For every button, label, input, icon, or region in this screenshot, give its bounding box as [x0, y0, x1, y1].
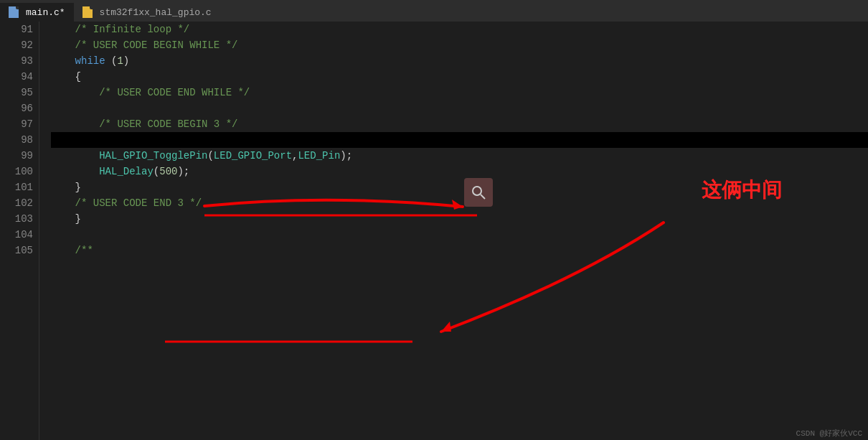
bottom-watermark: CSDN @好家伙VCC	[791, 426, 868, 440]
ln-99: 99	[6, 148, 33, 164]
comment-102: /* USER CODE END 3 */	[51, 195, 202, 211]
svg-point-0	[473, 187, 481, 195]
ln-95: 95	[6, 85, 33, 100]
ln-94: 94	[6, 69, 33, 85]
comment-91: /* Infinite loop */	[51, 22, 189, 37]
ln-98: 98	[6, 132, 33, 148]
svg-marker-3	[441, 322, 451, 332]
code-line-94: {	[51, 69, 868, 85]
func-delay: HAL_Delay	[51, 164, 154, 179]
code-line-105: /**	[51, 243, 868, 258]
ln-103: 103	[6, 211, 33, 227]
comment-105: /**	[51, 243, 93, 258]
tab-label-main: main.c*	[26, 7, 65, 18]
code-line-104	[51, 227, 868, 243]
code-area[interactable]: /* Infinite loop */ /* USER CODE BEGIN W…	[39, 22, 868, 440]
ln-102: 102	[6, 195, 33, 211]
search-icon	[471, 184, 486, 200]
code-line-103: }	[51, 211, 868, 227]
annotation-text: 这俩中间	[702, 177, 782, 204]
ln-104: 104	[6, 227, 33, 243]
func-toggle: HAL_GPIO_TogglePin	[51, 148, 207, 164]
comment-95: /* USER CODE END WHILE */	[51, 85, 250, 100]
line-numbers: 91 92 93 94 95 96 97 98 99 100 101 102 1…	[0, 22, 39, 440]
kw-while: while	[51, 53, 105, 69]
comment-92: /* USER CODE BEGIN WHILE */	[51, 37, 237, 53]
tab-main-c[interactable]: main.c*	[0, 3, 74, 22]
code-line-98	[51, 132, 868, 148]
code-line-97: /* USER CODE BEGIN 3 */	[51, 116, 868, 132]
ln-96: 96	[6, 100, 33, 116]
file-icon-gpio	[82, 6, 93, 18]
ln-105: 105	[6, 243, 33, 258]
code-line-93: while (1)	[51, 53, 868, 69]
comment-97: /* USER CODE BEGIN 3 */	[51, 116, 237, 132]
tab-label-gpio: stm32f1xx_hal_gpio.c	[100, 7, 212, 18]
ln-100: 100	[6, 164, 33, 179]
ln-93: 93	[6, 53, 33, 69]
ln-97: 97	[6, 116, 33, 132]
code-lines: /* Infinite loop */ /* USER CODE BEGIN W…	[39, 22, 868, 258]
file-icon-c	[9, 6, 19, 18]
ln-91: 91	[6, 22, 33, 37]
code-line-91: /* Infinite loop */	[51, 22, 868, 37]
code-editor: 91 92 93 94 95 96 97 98 99 100 101 102 1…	[0, 22, 868, 440]
search-icon-overlay[interactable]	[464, 178, 493, 207]
code-line-92: /* USER CODE BEGIN WHILE */	[51, 37, 868, 53]
code-line-99: HAL_GPIO_TogglePin(LED_GPIO_Port,LED_Pin…	[51, 148, 868, 164]
ln-101: 101	[6, 179, 33, 195]
tab-bar: main.c* stm32f1xx_hal_gpio.c	[0, 0, 868, 22]
code-line-96	[51, 100, 868, 116]
code-line-95: /* USER CODE END WHILE */	[51, 85, 868, 100]
svg-line-1	[481, 195, 485, 199]
tab-stm32-gpio[interactable]: stm32f1xx_hal_gpio.c	[74, 3, 220, 22]
ln-92: 92	[6, 37, 33, 53]
